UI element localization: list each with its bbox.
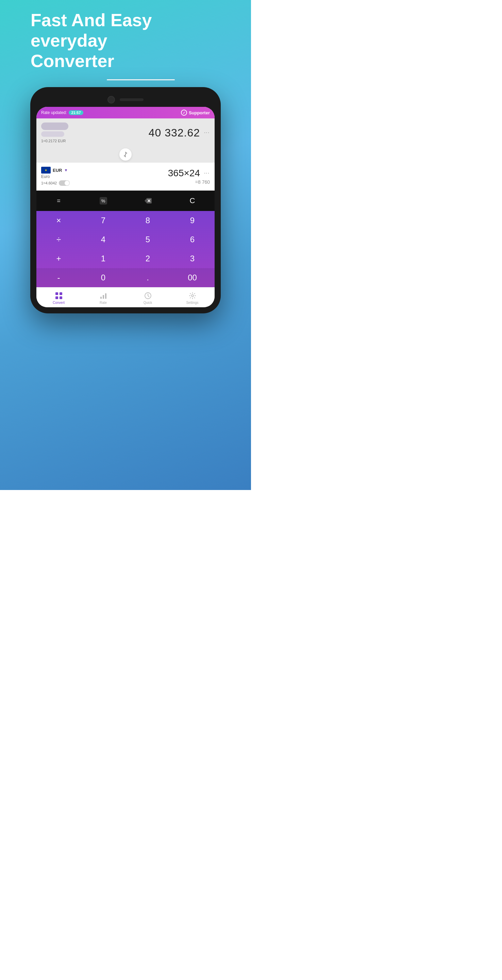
quick-icon xyxy=(144,292,152,300)
key-3[interactable]: 3 xyxy=(170,249,214,268)
svg-rect-6 xyxy=(100,297,102,299)
currency-2-dropdown-arrow[interactable]: ▼ xyxy=(64,168,68,172)
currency-2-toggle[interactable] xyxy=(59,180,70,186)
currency-row-2[interactable]: ★ EUR ▼ Euro 1=4.6042 xyxy=(37,163,214,191)
keypad-nums: × 7 8 9 ÷ 4 5 6 + 1 2 3 - 0 xyxy=(37,211,214,287)
nav-item-quick[interactable]: Quick xyxy=(126,290,170,306)
nav-item-convert[interactable]: Convert xyxy=(37,290,81,306)
key-7[interactable]: 7 xyxy=(81,211,126,230)
svg-rect-4 xyxy=(56,296,58,299)
calc-expression: 365×24 xyxy=(168,168,200,179)
key-decimal[interactable]: . xyxy=(126,268,170,287)
nav-label-settings: Settings xyxy=(186,301,198,305)
swap-button[interactable] xyxy=(119,148,132,161)
key-add[interactable]: + xyxy=(37,249,81,268)
currency-1-value: 40 332.62 xyxy=(149,127,200,139)
currency-2-rate-row: 1=4.6042 xyxy=(41,180,70,186)
key-8[interactable]: 8 xyxy=(126,211,170,230)
hero-underline xyxy=(107,79,175,80)
svg-rect-5 xyxy=(60,296,62,299)
svg-rect-2 xyxy=(56,292,58,295)
nav-item-settings[interactable]: Settings xyxy=(170,290,214,306)
bottom-nav: Convert Rate xyxy=(37,287,214,307)
currency-2-code: EUR xyxy=(53,168,62,173)
rate-icon xyxy=(99,292,108,300)
phone-notch xyxy=(37,93,214,107)
eu-flag-icon: ★ xyxy=(41,167,51,173)
currency-row-1[interactable]: 1=0.2172 EUR 40 332.62 ⋮ xyxy=(37,118,214,146)
currency-1-rate: 1=0.2172 EUR xyxy=(41,139,68,143)
nav-item-rate[interactable]: Rate xyxy=(81,290,126,306)
key-5[interactable]: 5 xyxy=(126,230,170,249)
currency-2-menu-dots[interactable]: ⋮ xyxy=(203,170,210,176)
key-4[interactable]: 4 xyxy=(81,230,126,249)
key-1[interactable]: 1 xyxy=(81,249,126,268)
currency-2-right: 365×24 ⋮ =8 760 xyxy=(168,168,210,185)
nav-label-quick: Quick xyxy=(143,301,153,305)
hero-text: Fast And Easy everyday Converter xyxy=(0,0,251,78)
rate-time-badge: 21:57 xyxy=(69,110,83,115)
currency-1-flag-pill xyxy=(41,123,68,130)
key-multiply[interactable]: × xyxy=(37,211,81,230)
supporter-check-icon: ✓ xyxy=(181,110,187,116)
phone-screen: Rate updated: 21:57 ✓ Supporter 1=0.2172… xyxy=(37,107,214,307)
currency-1-value-wrap: 40 332.62 ⋮ xyxy=(149,127,210,139)
currency-2-rate: 1=4.6042 xyxy=(41,181,57,185)
background: Fast And Easy everyday Converter Rate up… xyxy=(0,0,251,490)
key-0[interactable]: 0 xyxy=(81,268,126,287)
key-9[interactable]: 9 xyxy=(170,211,214,230)
supporter-badge[interactable]: ✓ Supporter xyxy=(181,110,210,116)
key-backspace[interactable] xyxy=(126,193,170,208)
percent-icon: % xyxy=(100,197,107,205)
key-clear[interactable]: C xyxy=(170,193,214,208)
svg-rect-8 xyxy=(105,293,106,299)
currency-2-flag-row[interactable]: ★ EUR ▼ xyxy=(41,167,70,173)
key-2[interactable]: 2 xyxy=(126,249,170,268)
phone-speaker xyxy=(120,98,143,101)
currency-1-flag-pill2 xyxy=(41,131,64,137)
calc-result: =8 760 xyxy=(168,179,210,185)
currency-2-name: Euro xyxy=(41,174,70,179)
key-equals[interactable]: = xyxy=(37,193,81,208)
swap-row xyxy=(37,146,214,163)
currency-1-left: 1=0.2172 EUR xyxy=(41,123,68,143)
phone-mockup: Rate updated: 21:57 ✓ Supporter 1=0.2172… xyxy=(30,87,221,313)
key-subtract[interactable]: - xyxy=(37,268,81,287)
svg-rect-3 xyxy=(60,292,62,295)
toggle-knob xyxy=(65,181,69,185)
hero-line1: Fast And Easy xyxy=(30,10,152,30)
hero-line3: Converter xyxy=(30,51,114,71)
currency-1-menu-dots[interactable]: ⋮ xyxy=(203,130,210,136)
supporter-label: Supporter xyxy=(189,110,210,115)
key-00[interactable]: 00 xyxy=(170,268,214,287)
rate-label: Rate updated: xyxy=(41,110,67,115)
convert-icon xyxy=(55,292,63,300)
nav-label-rate: Rate xyxy=(100,301,107,305)
app-header: Rate updated: 21:57 ✓ Supporter xyxy=(37,107,214,118)
key-percent[interactable]: % xyxy=(81,193,126,208)
nav-label-convert: Convert xyxy=(53,301,65,305)
svg-rect-7 xyxy=(103,295,104,299)
hero-line2: everyday xyxy=(30,30,108,50)
settings-icon xyxy=(188,292,197,300)
rate-updated-row: Rate updated: 21:57 xyxy=(41,110,83,115)
currency-2-expression-wrap: 365×24 ⋮ xyxy=(168,168,210,179)
svg-point-10 xyxy=(191,295,194,297)
currency-2-left: ★ EUR ▼ Euro 1=4.6042 xyxy=(41,167,70,186)
key-6[interactable]: 6 xyxy=(170,230,214,249)
phone-camera xyxy=(108,96,115,103)
key-divide[interactable]: ÷ xyxy=(37,230,81,249)
keypad-ops: = % C xyxy=(37,191,214,211)
